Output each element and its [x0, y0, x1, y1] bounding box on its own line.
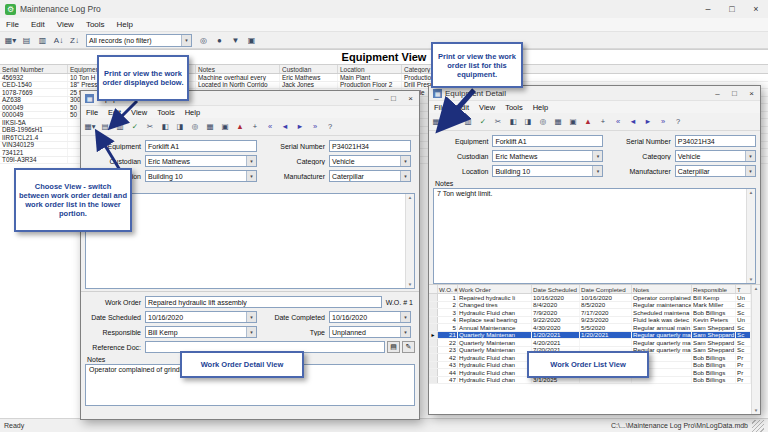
find-icon[interactable]: ◎ — [196, 33, 211, 47]
print-preview-icon[interactable]: ▥ — [461, 115, 475, 128]
maximize-button[interactable]: □ — [385, 91, 402, 106]
manufacturer-combo[interactable]: Caterpillar▾ — [675, 165, 756, 177]
minimize-button[interactable]: – — [709, 86, 726, 101]
work-order-row[interactable]: 1 Repaired hydraulic li 10/16/2020 10/16… — [429, 294, 760, 302]
new-record-icon[interactable]: + — [596, 115, 610, 128]
scroll-down-icon[interactable]: ▼ — [408, 282, 412, 287]
minimize-button[interactable]: – — [368, 91, 385, 106]
print-icon[interactable]: ▤ — [98, 120, 112, 133]
work-order-row[interactable]: 2 Changed tires 8/4/2020 8/5/2020 Regula… — [429, 302, 760, 310]
menu-item[interactable]: File — [0, 20, 25, 29]
menu-item[interactable]: Edit — [25, 20, 51, 29]
chart-icon[interactable]: ▲ — [581, 115, 595, 128]
datasheet-icon[interactable]: ▦ — [551, 115, 565, 128]
location-combo[interactable]: Building 10▾ — [492, 165, 603, 177]
menu-item[interactable]: Tools — [500, 103, 528, 112]
nav-first-icon[interactable]: « — [263, 120, 277, 133]
nav-next-icon[interactable]: ► — [641, 115, 655, 128]
menu-item[interactable]: Help — [528, 103, 553, 112]
copy-icon[interactable]: ◧ — [158, 120, 172, 133]
menu-item[interactable]: Help — [111, 20, 139, 29]
copy-icon[interactable]: ◧ — [506, 115, 520, 128]
date-scheduled-combo[interactable]: 10/16/2020▾ — [145, 311, 257, 323]
category-combo[interactable]: Vehicle▾ — [675, 150, 756, 162]
scrollbar[interactable]: ▲▼ — [405, 194, 414, 288]
close-button[interactable]: × — [744, 0, 768, 18]
manufacturer-combo[interactable]: Caterpillar▾ — [329, 170, 411, 182]
work-order-row[interactable]: 4 Replace seal bearing 9/22/2020 9/23/20… — [429, 317, 760, 325]
dropdown-arrow-icon[interactable]: ▾ — [745, 151, 755, 161]
menu-item[interactable]: File — [81, 108, 103, 117]
view-switch-icon[interactable]: ▦▾ — [83, 120, 97, 133]
dropdown-arrow-icon[interactable]: ▾ — [246, 156, 256, 166]
work-order-row[interactable]: 21 Quarterly Maintenan 1/20/2021 1/20/20… — [429, 332, 760, 340]
scroll-down-icon[interactable]: ▼ — [754, 408, 758, 413]
report-icon[interactable]: ▣ — [244, 33, 259, 47]
dropdown-arrow-icon[interactable]: ▾ — [181, 35, 191, 46]
location-combo[interactable]: Building 10▾ — [145, 170, 257, 182]
print-icon[interactable]: ▤ — [19, 33, 34, 47]
help-icon[interactable]: ? — [671, 115, 685, 128]
print-icon[interactable]: ▤ — [446, 115, 460, 128]
print-preview-icon[interactable]: ▥ — [35, 33, 50, 47]
dropdown-arrow-icon[interactable]: ▾ — [400, 171, 410, 181]
column-header[interactable]: W.O. # — [438, 285, 458, 293]
dropdown-arrow-icon[interactable]: ▾ — [400, 327, 410, 337]
column-header[interactable]: Notes — [196, 65, 280, 73]
sort-descending-icon[interactable]: Z↓ — [67, 33, 82, 47]
reference-browse-button[interactable]: ✎ — [402, 341, 415, 353]
column-header[interactable] — [429, 285, 438, 293]
cut-icon[interactable]: ✂ — [491, 115, 505, 128]
menu-item[interactable]: File — [429, 103, 451, 112]
nav-next-icon[interactable]: ► — [293, 120, 307, 133]
menu-item[interactable]: Tools — [80, 20, 111, 29]
work-order-field[interactable]: Repaired hydraulic lift assembly — [145, 296, 382, 308]
menu-item[interactable]: Tools — [152, 108, 180, 117]
detail-titlebar[interactable]: ▦ Equipment Detail – □ × — [429, 86, 760, 101]
work-order-row[interactable]: 22 Quarterly Maintenan 4/20/2021 Regular… — [429, 339, 760, 347]
paste-icon[interactable]: ◨ — [521, 115, 535, 128]
column-header[interactable]: Date Scheduled — [532, 285, 580, 293]
menu-item[interactable]: Edit — [451, 103, 474, 112]
maximize-button[interactable]: □ — [726, 86, 743, 101]
date-completed-combo[interactable]: 10/16/2020▾ — [329, 311, 411, 323]
paste-icon[interactable]: ◨ — [173, 120, 187, 133]
column-header[interactable]: Custodian — [280, 65, 338, 73]
nav-last-icon[interactable]: » — [656, 115, 670, 128]
menu-item[interactable]: View — [126, 108, 152, 117]
dropdown-arrow-icon[interactable]: ▾ — [592, 151, 602, 161]
nav-last-icon[interactable]: » — [308, 120, 322, 133]
new-record-icon[interactable]: + — [248, 120, 262, 133]
work-order-row[interactable]: 3 Hydraulic Fluid chan 7/9/2020 7/17/202… — [429, 309, 760, 317]
column-header[interactable]: Notes — [632, 285, 692, 293]
form-view-icon[interactable]: ▣ — [566, 115, 580, 128]
scroll-up-icon[interactable]: ▲ — [408, 195, 412, 200]
nav-prev-icon[interactable]: ◄ — [278, 120, 292, 133]
serial-number-field[interactable]: P34021H34 — [675, 135, 756, 147]
scroll-up-icon[interactable]: ▲ — [749, 190, 753, 195]
dropdown-arrow-icon[interactable]: ▾ — [400, 156, 410, 166]
form-view-icon[interactable]: ▣ — [218, 120, 232, 133]
equipment-notes-field[interactable]: ▲▼ — [85, 193, 415, 289]
equipment-field[interactable]: Forklift A1 — [145, 140, 257, 152]
dropdown-arrow-icon[interactable]: ▾ — [592, 166, 602, 176]
maximize-button[interactable]: □ — [720, 0, 744, 18]
equipment-notes-field[interactable]: 7 Ton weight limit. ▲▼ — [433, 188, 756, 284]
dropdown-arrow-icon[interactable]: ▾ — [400, 312, 410, 322]
scrollbar[interactable]: ▲▼ — [751, 285, 760, 414]
view-switch-icon[interactable]: ▦▾ — [431, 115, 445, 128]
print-preview-icon[interactable]: ▥ — [113, 120, 127, 133]
close-button[interactable]: × — [402, 91, 419, 106]
dropdown-arrow-icon[interactable]: ▾ — [246, 327, 256, 337]
column-header[interactable]: Responsible — [692, 285, 736, 293]
minimize-button[interactable]: – — [696, 0, 720, 18]
custodian-combo[interactable]: Eric Mathews▾ — [145, 155, 257, 167]
column-header[interactable]: Work Order — [458, 285, 532, 293]
resize-grip[interactable] — [752, 420, 764, 432]
spelling-icon[interactable]: ✓ — [476, 115, 490, 128]
serial-number-field[interactable]: P34021H34 — [329, 140, 411, 152]
menu-item[interactable]: View — [474, 103, 500, 112]
find-icon[interactable]: ◎ — [536, 115, 550, 128]
type-combo[interactable]: Unplanned▾ — [329, 326, 411, 338]
scroll-down-icon[interactable]: ▼ — [749, 277, 753, 282]
